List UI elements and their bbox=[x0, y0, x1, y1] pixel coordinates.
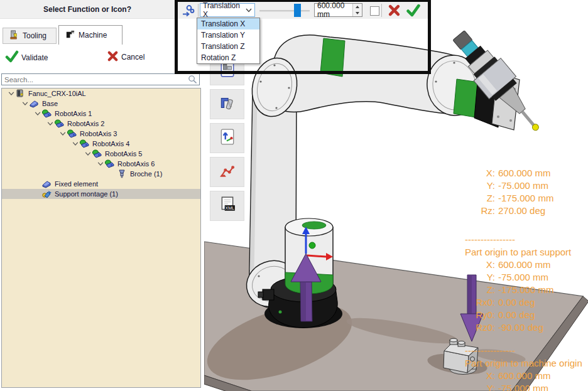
transform-mode-value: Translation X bbox=[203, 1, 246, 19]
value-slider-handle[interactable] bbox=[294, 4, 301, 17]
import-axes-document-icon bbox=[219, 128, 236, 148]
value-slider-track[interactable] bbox=[259, 10, 310, 12]
axis-icon bbox=[55, 119, 65, 128]
red-x-icon bbox=[107, 50, 119, 64]
tree-item[interactable]: RobotAxis 4 bbox=[2, 139, 200, 149]
chevron-expanded-icon[interactable] bbox=[58, 130, 67, 138]
tree-item-label: Broche (1) bbox=[130, 170, 165, 178]
tab-machine[interactable]: Machine bbox=[58, 25, 122, 45]
tooling-tool-icon bbox=[9, 29, 19, 42]
chevron-placeholder bbox=[109, 170, 117, 178]
axis-icon bbox=[42, 109, 52, 118]
cancel-button[interactable]: Cancel bbox=[107, 50, 144, 64]
tree-item[interactable]: RobotAxis 2 bbox=[2, 119, 200, 129]
tree-item-label: RobotAxis 3 bbox=[80, 130, 119, 137]
xml-export-icon: XML bbox=[219, 196, 236, 216]
machine-node-icon bbox=[16, 89, 26, 98]
chevron-down-icon bbox=[246, 6, 252, 14]
chevron-expanded-icon[interactable] bbox=[96, 160, 105, 168]
search-icon[interactable] bbox=[188, 75, 199, 84]
cancel-label: Cancel bbox=[121, 53, 144, 62]
toolbar-separator bbox=[381, 4, 382, 17]
tree-item-label: Base bbox=[42, 100, 60, 107]
tree-item[interactable]: RobotAxis 1 bbox=[2, 109, 200, 119]
side-toolbar-button[interactable] bbox=[210, 89, 244, 119]
tree-item-label: Fixed element bbox=[55, 180, 101, 188]
chevron-expanded-icon[interactable] bbox=[46, 120, 55, 128]
dropdown-option[interactable]: Translation Z bbox=[197, 41, 259, 52]
toolbar-checkbox[interactable] bbox=[370, 6, 379, 16]
tree-item-label: RobotAxis 5 bbox=[105, 150, 144, 158]
support-icon bbox=[42, 190, 52, 198]
dropdown-option[interactable]: Translation Y bbox=[197, 29, 259, 41]
validate-label: Validate bbox=[21, 53, 48, 62]
spin-up-button[interactable] bbox=[353, 4, 362, 10]
confirm-transform-button[interactable] bbox=[405, 3, 422, 18]
chevron-expanded-icon[interactable] bbox=[33, 110, 42, 118]
tree-item[interactable]: Base bbox=[2, 99, 200, 109]
chevron-placeholder bbox=[33, 190, 42, 198]
tab-tooling-label: Tooling bbox=[23, 31, 46, 40]
search-box bbox=[1, 73, 200, 85]
tree-item-label: RobotAxis 2 bbox=[67, 120, 107, 127]
cancel-transform-button[interactable] bbox=[386, 3, 402, 18]
tab-tooling[interactable]: Tooling bbox=[3, 28, 57, 44]
panel-title: Select Function or Icon? bbox=[43, 5, 131, 14]
element-icon bbox=[42, 179, 52, 188]
transform-toolbar: Translation X 600.000 mm bbox=[178, 2, 428, 19]
chevron-expanded-icon[interactable] bbox=[84, 150, 92, 158]
tree-item-label: RobotAxis 6 bbox=[117, 160, 157, 168]
axis-icon bbox=[105, 159, 115, 168]
tree-item-label: RobotAxis 4 bbox=[92, 140, 132, 147]
kinematics-chain-icon bbox=[180, 3, 197, 18]
caliper-measure-icon bbox=[219, 94, 236, 114]
transform-mode-dropdown: Translation XTranslation YTranslation ZR… bbox=[197, 18, 260, 64]
tree-item[interactable]: Broche (1) bbox=[2, 169, 200, 179]
side-toolbar-button[interactable] bbox=[210, 123, 244, 153]
axis-icon bbox=[80, 139, 90, 148]
chevron-expanded-icon[interactable] bbox=[21, 100, 30, 108]
function-panel: Select Function or Icon? Tooling Machine… bbox=[0, 0, 204, 391]
tree-item[interactable]: Fixed element bbox=[2, 179, 200, 189]
panel-header: Select Function or Icon? bbox=[0, 0, 175, 19]
tab-machine-label: Machine bbox=[79, 31, 107, 40]
tree-item[interactable]: Support montage (1) bbox=[2, 189, 200, 199]
value-spinbox-value: 600.000 mm bbox=[315, 1, 352, 19]
green-check-icon bbox=[5, 50, 19, 65]
spin-down-button[interactable] bbox=[353, 10, 362, 16]
side-toolbar-button[interactable]: XML bbox=[210, 191, 244, 221]
validate-button[interactable]: Validate bbox=[5, 50, 48, 65]
chevron-expanded-icon[interactable] bbox=[7, 90, 16, 98]
element-icon bbox=[30, 99, 40, 108]
tree-item-label: RobotAxis 1 bbox=[55, 110, 94, 117]
dropdown-option[interactable]: Translation X bbox=[197, 18, 259, 29]
chevron-expanded-icon[interactable] bbox=[71, 140, 80, 148]
value-spinbox[interactable]: 600.000 mm bbox=[314, 3, 362, 17]
machine-icon bbox=[65, 29, 75, 41]
toolbar-separator bbox=[198, 4, 199, 17]
axis-icon bbox=[67, 129, 77, 138]
spindle-icon bbox=[117, 169, 128, 178]
svg-text:XML: XML bbox=[225, 206, 234, 210]
robot-kinematics-icon bbox=[219, 162, 236, 182]
axis-icon bbox=[92, 149, 102, 158]
tree-item[interactable]: RobotAxis 3 bbox=[2, 129, 200, 139]
tree-item[interactable]: RobotAxis 6 bbox=[2, 159, 200, 169]
tree: Fanuc_CRX-10iALBaseRobotAxis 1RobotAxis … bbox=[1, 88, 201, 388]
side-toolbar-button[interactable] bbox=[210, 157, 244, 187]
transform-mode-select[interactable]: Translation X bbox=[200, 3, 255, 17]
dropdown-option[interactable]: Rotation Z bbox=[197, 52, 259, 63]
tree-item-label: Support montage (1) bbox=[55, 190, 121, 198]
chevron-placeholder bbox=[33, 180, 42, 188]
search-input[interactable] bbox=[2, 76, 188, 83]
tree-item-label: Fanuc_CRX-10iAL bbox=[28, 90, 89, 97]
tree-item[interactable]: RobotAxis 5 bbox=[2, 149, 200, 159]
tree-item[interactable]: Fanuc_CRX-10iAL bbox=[2, 88, 200, 99]
